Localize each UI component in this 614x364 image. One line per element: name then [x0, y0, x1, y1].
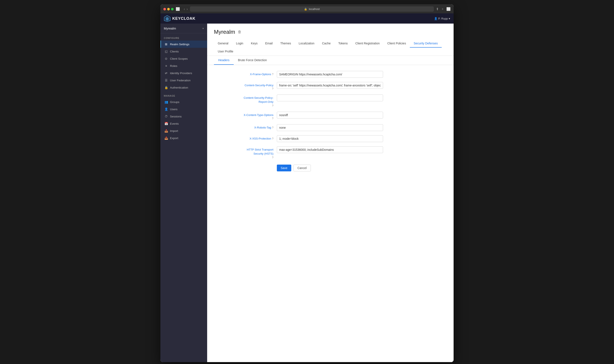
back-button[interactable]: ‹: [184, 7, 185, 11]
label-col-csp-report-only: Content-Security-Policy- Report-Only ?: [214, 94, 274, 107]
help-icon-x-xss[interactable]: ?: [272, 137, 274, 140]
sidebar-item-user-federation[interactable]: ☰ User Federation: [160, 77, 207, 84]
browser-chrome: ⬜ ‹ › 🔒 localhost ⬆ ＋ ⬜: [160, 4, 454, 13]
sidebar-item-sessions[interactable]: ⏱ Sessions: [160, 113, 207, 120]
input-col-csp-report-only: [277, 94, 383, 101]
realm-selector[interactable]: Myrealm ▾: [160, 24, 207, 33]
page-title-row: Myrealm 🗑: [214, 29, 447, 35]
user-icon: 👤: [434, 17, 437, 20]
help-icon-x-robots[interactable]: ?: [272, 126, 274, 129]
sidebar-item-identity-providers[interactable]: ⇄ Identity Providers: [160, 69, 207, 77]
share-icon[interactable]: ⬆: [436, 7, 439, 11]
browser-actions: ⬆ ＋ ⬜: [436, 7, 451, 11]
maximize-button[interactable]: [171, 8, 174, 10]
input-col-hsts: [277, 146, 383, 153]
input-x-xss[interactable]: [277, 135, 383, 142]
form-row-x-frame-options: X-Frame-Options ?: [214, 71, 447, 78]
help-icon-csp[interactable]: ?: [272, 87, 274, 90]
subtab-brute-force[interactable]: Brute Force Detection: [234, 56, 271, 65]
tab-client-registration[interactable]: Client Registration: [352, 39, 383, 48]
input-csp-report-only[interactable]: [277, 94, 383, 101]
label-csp-text: Content-Security-Policy: [245, 84, 274, 87]
label-x-content-type-text: X-Content-Type-Options: [244, 113, 274, 117]
url-text: localhost: [309, 7, 320, 11]
sidebar-item-export[interactable]: 📤 Export: [160, 134, 207, 142]
identity-providers-icon: ⇄: [164, 71, 168, 75]
close-button[interactable]: [163, 8, 166, 10]
sidebar-toggle-icon[interactable]: ⬜: [176, 7, 180, 11]
sidebar-item-clients[interactable]: ◱ Clients: [160, 48, 207, 55]
sidebar-label-export: Export: [170, 137, 178, 140]
label-hsts: HTTP Strict Transport Security (HSTS) ?: [214, 148, 274, 159]
tab-themes[interactable]: Themes: [276, 39, 295, 48]
tab-security-defenses[interactable]: Security Defenses: [410, 39, 442, 48]
tab-login[interactable]: Login: [232, 39, 247, 48]
tab-localization[interactable]: Localization: [295, 39, 318, 48]
help-icon-hsts[interactable]: ?: [272, 156, 274, 159]
forward-button[interactable]: ›: [186, 7, 188, 11]
sidebar-label-roles: Roles: [170, 64, 177, 67]
realm-name: Myrealm: [164, 26, 176, 30]
help-icon-x-frame-options[interactable]: ?: [272, 73, 274, 76]
tab-tokens[interactable]: Tokens: [334, 39, 352, 48]
input-csp[interactable]: [277, 82, 383, 89]
input-x-robots[interactable]: [277, 124, 383, 131]
tab-client-policies[interactable]: Client Policies: [383, 39, 410, 48]
keycloak-logo: KEYCLOAK: [164, 15, 196, 22]
label-x-frame-options: X-Frame-Options ?: [214, 73, 274, 76]
sidebar-label-authentication: Authentication: [170, 86, 188, 89]
save-button[interactable]: Save: [277, 165, 291, 171]
tab-cache[interactable]: Cache: [318, 39, 334, 48]
sidebar-label-identity-providers: Identity Providers: [170, 72, 192, 75]
keycloak-logo-icon: [164, 15, 170, 22]
input-x-content-type[interactable]: [277, 112, 383, 118]
import-icon: 📥: [164, 129, 168, 132]
input-col-x-xss: [277, 135, 383, 142]
label-col-x-content-type: X-Content-Type-Options ?: [214, 112, 274, 120]
new-tab-icon[interactable]: ＋: [441, 7, 444, 11]
form-row-x-robots: X-Robots-Tag ?: [214, 124, 447, 131]
sidebar-label-client-scopes: Client Scopes: [170, 57, 188, 60]
input-x-frame-options[interactable]: [277, 71, 383, 78]
sidebar-item-users[interactable]: 👤 Users: [160, 105, 207, 113]
tabs-icon[interactable]: ⬜: [446, 7, 451, 11]
app-container: Myrealm ▾ Configure ⊞ Realm Settings ◱ C…: [160, 24, 454, 362]
subtab-headers[interactable]: Headers: [214, 56, 234, 65]
help-icon-csp-report-only[interactable]: ?: [272, 104, 274, 108]
delete-icon[interactable]: 🗑: [238, 30, 242, 34]
traffic-lights: [163, 8, 174, 10]
sidebar-item-realm-settings[interactable]: ⊞ Realm Settings: [160, 40, 207, 48]
sidebar-item-client-scopes[interactable]: ⊙ Client Scopes: [160, 55, 207, 62]
input-col-x-robots: [277, 124, 383, 131]
input-hsts[interactable]: [277, 146, 383, 153]
label-col-csp: Content-Security-Policy ?: [214, 82, 274, 90]
tab-user-profile[interactable]: User Profile: [214, 48, 237, 56]
tab-keys[interactable]: Keys: [247, 39, 261, 48]
label-col-hsts: HTTP Strict Transport Security (HSTS) ?: [214, 146, 274, 159]
label-csp-report-only: Content-Security-Policy- Report-Only ?: [214, 96, 274, 107]
sessions-icon: ⏱: [164, 115, 168, 118]
label-x-xss: X-XSS-Protection ?: [214, 137, 274, 140]
top-bar: KEYCLOAK 👤 P. Rupp ▾: [160, 13, 454, 24]
user-menu[interactable]: 👤 P. Rupp ▾: [434, 17, 450, 20]
sidebar-item-import[interactable]: 📥 Import: [160, 127, 207, 134]
address-bar[interactable]: 🔒 localhost: [190, 6, 434, 12]
user-chevron-icon: ▾: [449, 17, 450, 20]
label-col-x-xss: X-XSS-Protection ?: [214, 135, 274, 140]
client-scopes-icon: ⊙: [164, 57, 168, 60]
form-area: X-Frame-Options ? Content-Security-Polic…: [207, 65, 454, 362]
groups-icon: 👥: [164, 100, 168, 104]
help-icon-x-content-type[interactable]: ?: [272, 117, 274, 120]
browser-window: ⬜ ‹ › 🔒 localhost ⬆ ＋ ⬜ KEYCLOAK 👤 P. Ru…: [160, 4, 454, 362]
sidebar-item-authentication[interactable]: 🔒 Authentication: [160, 84, 207, 91]
label-csp-report-only-text1: Content-Security-Policy-: [244, 96, 274, 100]
tab-email[interactable]: Email: [261, 39, 276, 48]
sidebar-item-roles[interactable]: ≡ Roles: [160, 62, 207, 69]
sidebar-item-events[interactable]: 📅 Events: [160, 120, 207, 127]
label-hsts-text2: Security (HSTS): [253, 152, 274, 156]
input-col-csp: [277, 82, 383, 89]
sidebar-item-groups[interactable]: 👥 Groups: [160, 98, 207, 105]
cancel-button[interactable]: Cancel: [293, 165, 311, 171]
tab-general[interactable]: General: [214, 39, 232, 48]
minimize-button[interactable]: [167, 8, 170, 10]
